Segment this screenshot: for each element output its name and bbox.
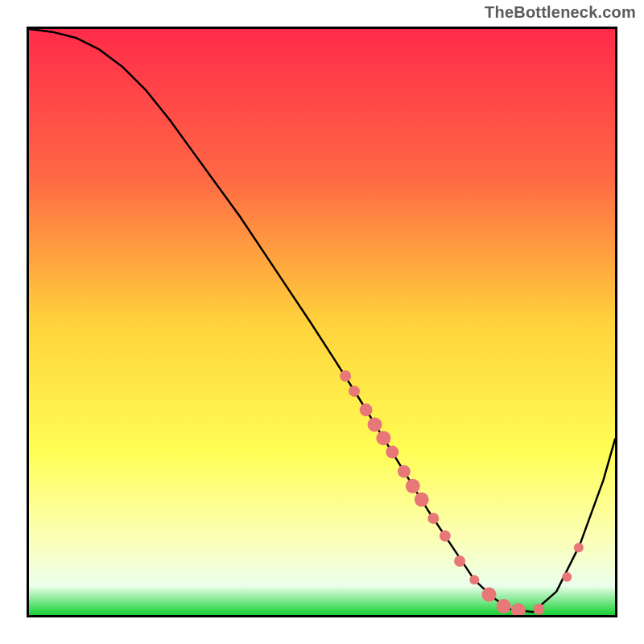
data-point — [349, 386, 360, 397]
data-point — [360, 403, 373, 416]
data-point — [469, 575, 479, 584]
data-point — [427, 513, 439, 524]
data-point — [376, 431, 390, 445]
data-point — [398, 465, 411, 478]
data-point — [368, 417, 382, 431]
data-point — [454, 555, 465, 567]
data-point — [562, 572, 572, 582]
data-point — [481, 588, 496, 602]
data-point — [406, 479, 420, 493]
chart-frame: TheBottleneck.com — [0, 0, 644, 644]
attribution-text: TheBottleneck.com — [485, 3, 636, 22]
data-point — [415, 493, 429, 507]
data-point — [440, 530, 451, 542]
data-point — [340, 370, 351, 382]
data-point — [574, 543, 584, 552]
data-point — [386, 446, 398, 459]
plot-svg — [29, 29, 615, 615]
data-point — [497, 599, 511, 613]
gradient-background — [29, 29, 615, 615]
data-point — [533, 604, 544, 615]
